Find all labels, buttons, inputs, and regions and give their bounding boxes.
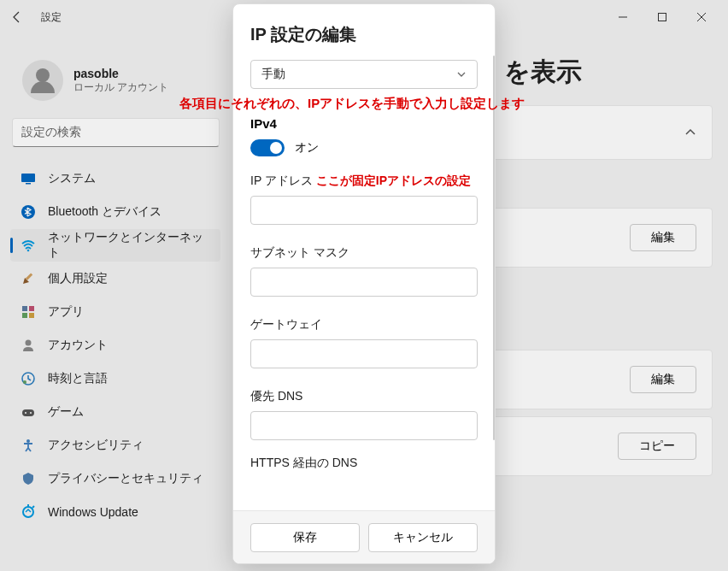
- scrollbar[interactable]: [493, 56, 495, 440]
- https-dns-label: HTTPS 経由の DNS: [250, 456, 478, 471]
- ip-mode-select[interactable]: 手動: [250, 60, 478, 89]
- gateway-input[interactable]: [250, 339, 478, 368]
- modal-title: IP 設定の編集: [250, 23, 478, 46]
- ipv4-toggle[interactable]: [250, 139, 285, 156]
- toggle-label: オン: [295, 140, 319, 156]
- ip-edit-modal: IP 設定の編集 手動 IPv4 オン IP アドレス ここが固定IPアドレスの…: [232, 3, 496, 564]
- save-button[interactable]: 保存: [250, 523, 360, 552]
- ip-address-label: IP アドレス ここが固定IPアドレスの設定: [250, 174, 478, 189]
- subnet-input[interactable]: [250, 268, 478, 297]
- chevron-down-icon: [456, 69, 467, 79]
- subnet-label: サブネット マスク: [250, 245, 478, 261]
- gateway-label: ゲートウェイ: [250, 317, 478, 333]
- ip-address-input[interactable]: [250, 196, 478, 225]
- cancel-button[interactable]: キャンセル: [368, 523, 478, 552]
- dns-input[interactable]: [250, 411, 478, 440]
- select-value: 手動: [261, 67, 285, 82]
- ip-annotation: ここが固定IPアドレスの設定: [316, 174, 471, 187]
- modal-overlay: IP 設定の編集 手動 IPv4 オン IP アドレス ここが固定IPアドレスの…: [0, 0, 728, 571]
- dns-label: 優先 DNS: [250, 389, 478, 404]
- ipv4-heading: IPv4: [250, 116, 478, 131]
- modal-footer: 保存 キャンセル: [233, 510, 495, 563]
